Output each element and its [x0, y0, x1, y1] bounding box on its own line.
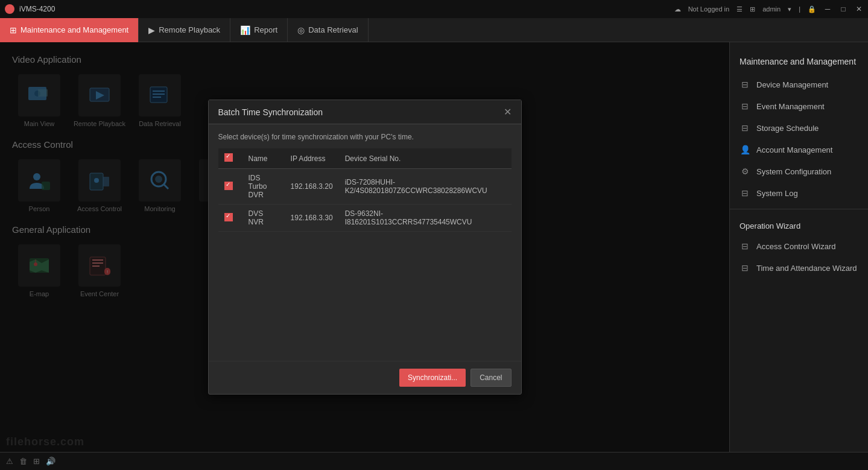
- not-logged-in-label: Not Logged in: [688, 5, 730, 13]
- tab-maintenance[interactable]: ⊞ Maintenance and Management: [0, 18, 139, 42]
- tab-remote-playback[interactable]: ▶ Remote Playback: [139, 18, 230, 42]
- modal-overlay: Batch Time Synchronization ✕ Select devi…: [0, 42, 729, 452]
- system-log-icon: ⊟: [740, 188, 750, 198]
- right-panel: Maintenance and Management ⊟ Device Mana…: [729, 42, 868, 452]
- device-checkbox-0[interactable]: [224, 182, 233, 190]
- content-area: Video Application Main View: [0, 42, 729, 452]
- panel-access-control-wizard[interactable]: ⊟ Access Control Wizard: [730, 235, 868, 257]
- menu-icon: ☰: [737, 5, 743, 13]
- storage-schedule-icon: ⊟: [740, 123, 750, 133]
- panel-divider: [730, 209, 868, 209]
- maintenance-tab-label: Maintenance and Management: [21, 25, 128, 34]
- modal-header: Batch Time Synchronization ✕: [209, 100, 521, 124]
- titlebar-left: iVMS-4200: [5, 4, 55, 14]
- storage-schedule-label: Storage Schedule: [756, 124, 819, 133]
- panel-maintenance-title: Maintenance and Management: [730, 52, 868, 74]
- report-tab-icon: 📊: [240, 25, 250, 35]
- modal-description: Select device(s) for time synchronizatio…: [218, 133, 512, 141]
- panel-wizard-title: Operation Wizard: [730, 214, 868, 235]
- titlebar-controls: ☁ Not Logged in ☰ ⊞ admin ▾ | 🔒 ─ □ ✕: [674, 5, 863, 13]
- report-tab-label: Report: [254, 25, 277, 34]
- retrieval-tab-label: Data Retrieval: [308, 25, 358, 34]
- col-ip: IP Address: [285, 148, 339, 169]
- panel-time-attendance-wizard[interactable]: ⊟ Time and Attendance Wizard: [730, 257, 868, 279]
- access-control-wizard-icon: ⊟: [740, 241, 750, 251]
- tabbar: ⊞ Maintenance and Management ▶ Remote Pl…: [0, 18, 868, 42]
- batch-sync-dialog: Batch Time Synchronization ✕ Select devi…: [208, 100, 522, 395]
- app-icon: [5, 4, 14, 14]
- playback-tab-label: Remote Playback: [159, 25, 220, 34]
- cancel-button[interactable]: Cancel: [470, 369, 511, 387]
- warning-icon: ⚠: [6, 457, 13, 466]
- panel-event-management[interactable]: ⊟ Event Management: [730, 95, 868, 117]
- grid-icon[interactable]: ⊞: [33, 457, 40, 466]
- table-row: IDS Turbo DVR 192.168.3.20 iDS-7208HUHI-…: [218, 169, 512, 205]
- device-management-label: Device Management: [756, 80, 828, 89]
- device-table: Name IP Address Device Serial No.: [218, 148, 512, 232]
- event-management-label: Event Management: [756, 102, 825, 111]
- device-name-1: DVS NVR: [242, 205, 285, 232]
- panel-system-log[interactable]: ⊟ System Log: [730, 182, 868, 204]
- minimize-button[interactable]: ─: [823, 5, 832, 13]
- playback-tab-icon: ▶: [148, 25, 155, 35]
- statusbar: ⚠ 🗑 ⊞ 🔊: [0, 452, 868, 470]
- main-layout: Video Application Main View: [0, 42, 868, 452]
- panel-storage-schedule[interactable]: ⊟ Storage Schedule: [730, 117, 868, 139]
- modal-body: Select device(s) for time synchronizatio…: [209, 124, 521, 361]
- modal-title: Batch Time Synchronization: [218, 107, 323, 117]
- cloud-icon: ☁: [674, 5, 681, 13]
- retrieval-tab-icon: ◎: [297, 25, 305, 35]
- system-log-label: System Log: [756, 189, 798, 198]
- maintenance-tab-icon: ⊞: [10, 25, 17, 35]
- event-management-icon: ⊟: [740, 101, 750, 111]
- lock-icon: 🔒: [808, 5, 816, 13]
- modal-footer: Synchronizati... Cancel: [209, 361, 521, 394]
- device-serial-1: DS-9632NI-I816201S1013CCRRS47735445WCVU: [339, 205, 512, 232]
- app-title: iVMS-4200: [19, 5, 55, 13]
- system-configuration-label: System Configuration: [756, 167, 831, 176]
- device-serial-0: iDS-7208HUHI-K2/4S08201807Z6CCWRC3802828…: [339, 169, 512, 205]
- panel-device-management[interactable]: ⊟ Device Management: [730, 74, 868, 95]
- device-ip-1: 192.168.3.30: [285, 205, 339, 232]
- device-management-icon: ⊟: [740, 80, 750, 89]
- access-control-wizard-label: Access Control Wizard: [756, 242, 835, 251]
- panel-system-configuration[interactable]: ⚙ System Configuration: [730, 160, 868, 182]
- admin-chevron: ▾: [788, 5, 791, 13]
- time-attendance-wizard-icon: ⊟: [740, 263, 750, 273]
- synchronize-button[interactable]: Synchronizati...: [399, 369, 466, 387]
- col-checkbox: [218, 148, 242, 169]
- admin-label: admin: [762, 5, 781, 13]
- panel-account-management[interactable]: 👤 Account Management: [730, 139, 868, 160]
- tab-data-retrieval[interactable]: ◎ Data Retrieval: [288, 18, 368, 42]
- close-button[interactable]: ✕: [855, 5, 863, 13]
- device-checkbox-1[interactable]: [224, 213, 233, 221]
- device-checkbox-cell: [218, 169, 242, 205]
- device-ip-0: 192.168.3.20: [285, 169, 339, 205]
- sound-icon[interactable]: 🔊: [46, 457, 55, 466]
- empty-table-area: [218, 232, 512, 352]
- trash-icon[interactable]: 🗑: [19, 457, 27, 466]
- account-management-label: Account Management: [756, 145, 832, 154]
- table-header-row: Name IP Address Device Serial No.: [218, 148, 512, 169]
- restore-button[interactable]: □: [839, 5, 847, 13]
- device-table-body: IDS Turbo DVR 192.168.3.20 iDS-7208HUHI-…: [218, 169, 512, 232]
- tab-report[interactable]: 📊 Report: [230, 18, 288, 42]
- time-attendance-wizard-label: Time and Attendance Wizard: [756, 264, 857, 273]
- separator: |: [799, 5, 800, 13]
- table-row: DVS NVR 192.168.3.30 DS-9632NI-I816201S1…: [218, 205, 512, 232]
- col-serial: Device Serial No.: [339, 148, 512, 169]
- account-management-icon: 👤: [740, 145, 750, 154]
- system-configuration-icon: ⚙: [740, 167, 750, 176]
- device-checkbox-cell: [218, 205, 242, 232]
- modal-close-button[interactable]: ✕: [504, 106, 512, 118]
- titlebar: iVMS-4200 ☁ Not Logged in ☰ ⊞ admin ▾ | …: [0, 0, 868, 18]
- device-name-0: IDS Turbo DVR: [242, 169, 285, 205]
- select-all-checkbox[interactable]: [224, 153, 233, 162]
- col-name: Name: [242, 148, 285, 169]
- layout-icon: ⊞: [750, 5, 755, 13]
